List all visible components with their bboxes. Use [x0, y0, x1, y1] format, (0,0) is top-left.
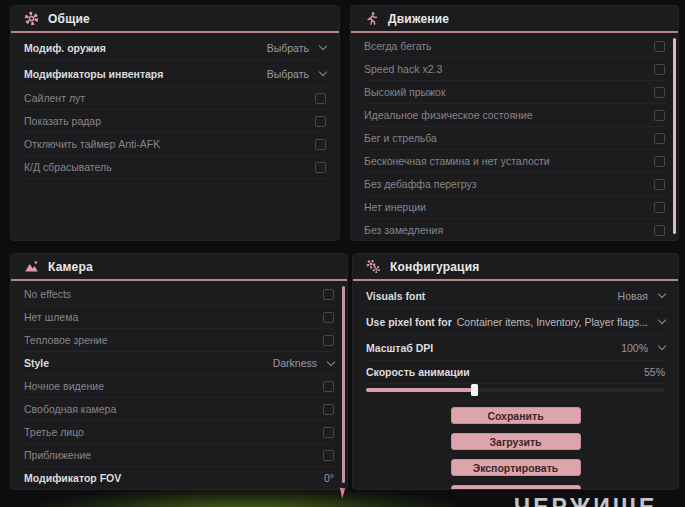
dropdown-value: Container items, Inventory, Player flags…: [457, 316, 648, 328]
option-label: Сайлент лут: [24, 92, 85, 104]
checkbox[interactable]: [323, 335, 334, 346]
dropdown-value: Выбрать: [267, 68, 309, 80]
option-label: Use pixel font for: [366, 316, 452, 328]
option-label: Модификаторы инвентаря: [24, 68, 163, 80]
panel-config: Конфигурация Visuals fontНоваяUse pixel …: [352, 253, 679, 490]
option-row: Модификаторы инвентаряВыбрать: [24, 61, 326, 87]
option-row: Ночное видение: [24, 375, 334, 398]
chevron-down-icon: [319, 42, 327, 50]
option-label: Всегда бегать: [364, 40, 432, 52]
option-label: Нет инерции: [364, 201, 426, 213]
option-label: Масштаб DPI: [366, 342, 433, 354]
option-row: Скорость анимации55%: [366, 361, 665, 384]
checkbox[interactable]: [323, 289, 334, 300]
checkbox[interactable]: [654, 64, 665, 75]
gears-icon: [366, 259, 381, 274]
dropdown-value: Выбрать: [267, 42, 309, 54]
panel-general-header: Общие: [11, 6, 339, 33]
checkbox[interactable]: [315, 93, 326, 104]
option-label: Бесконечная стамина и нет усталости: [364, 155, 550, 167]
chevron-down-icon: [658, 290, 666, 298]
checkbox[interactable]: [654, 202, 665, 213]
option-row: Всегда бегать: [364, 35, 665, 58]
checkbox[interactable]: [323, 427, 334, 438]
option-label: Высокий прыжок: [364, 86, 446, 98]
panel-config-header: Конфигурация: [353, 254, 678, 281]
checkbox[interactable]: [315, 116, 326, 127]
slider-fill: [366, 388, 474, 392]
game-background-glow: [40, 489, 455, 507]
slider[interactable]: [366, 388, 665, 392]
option-label: Идеальное физическое состояние: [364, 109, 533, 121]
checkbox[interactable]: [654, 225, 665, 236]
option-label: Speed hack x2.3: [364, 63, 442, 75]
checkbox[interactable]: [654, 110, 665, 121]
panel-general: Общие Модиф. оружияВыбратьМодификаторы и…: [10, 5, 340, 241]
option-row: Модификатор FOV0°: [24, 467, 334, 490]
chevron-down-icon: [658, 316, 666, 324]
panel-movement: Движение Всегда бегатьSpeed hack x2.3Выс…: [350, 5, 679, 241]
option-label: Style: [24, 357, 49, 369]
checkbox[interactable]: [315, 162, 326, 173]
option-label: No effects: [24, 288, 71, 300]
import-button[interactable]: Импортировать: [451, 485, 581, 490]
option-row: Показать радар: [24, 110, 326, 133]
checkbox[interactable]: [323, 450, 334, 461]
scrollbar[interactable]: [673, 38, 676, 234]
option-value: 55%: [644, 366, 665, 378]
option-row: Без дебаффа перегруз: [364, 173, 665, 196]
scrollbar[interactable]: [342, 286, 345, 483]
option-label: Модификатор FOV: [24, 472, 121, 484]
option-label: Третье лицо: [24, 426, 84, 438]
option-row: Сайлент лут: [24, 87, 326, 110]
checkbox[interactable]: [323, 404, 334, 415]
watermark-text: ЧЕРЖИШЕ: [514, 494, 657, 507]
load-button[interactable]: Загрузить: [451, 433, 581, 450]
option-row: StyleDarkness: [24, 352, 334, 375]
dropdown[interactable]: Новая: [618, 290, 665, 302]
option-row: Третье лицо: [24, 421, 334, 444]
dropdown[interactable]: Darkness: [273, 357, 334, 369]
option-row: No effects: [24, 283, 334, 306]
checkbox[interactable]: [654, 156, 665, 167]
option-label: Без дебаффа перегруз: [364, 178, 477, 190]
option-row: Масштаб DPI100%: [366, 335, 665, 361]
checkbox[interactable]: [654, 41, 665, 52]
option-row: Тепловое зрение: [24, 329, 334, 352]
option-label: Приближение: [24, 449, 91, 461]
checkbox[interactable]: [654, 133, 665, 144]
checkbox[interactable]: [315, 139, 326, 150]
chevron-down-icon: [658, 342, 666, 350]
dropdown-value: Новая: [618, 290, 648, 302]
dropdown[interactable]: 100%: [621, 342, 665, 354]
runner-icon: [364, 11, 379, 26]
panel-camera: Камера No effectsНет шлемаТепловое зрени…: [10, 253, 348, 490]
checkbox[interactable]: [323, 381, 334, 392]
option-label: Свободная камера: [24, 403, 116, 415]
slider-handle[interactable]: [471, 384, 478, 396]
option-label: Отключить таймер Anti-AFK: [24, 138, 160, 150]
option-row: К/Д сбрасыватель: [24, 156, 326, 179]
save-button[interactable]: Сохранить: [451, 407, 581, 424]
checkbox[interactable]: [323, 312, 334, 323]
option-label: Тепловое зрение: [24, 334, 108, 346]
dropdown[interactable]: Container items, Inventory, Player flags…: [457, 316, 665, 328]
option-label: Нет шлема: [24, 311, 78, 323]
option-row: Use pixel font forContainer items, Inven…: [366, 309, 665, 335]
option-row: Нет инерции: [364, 196, 665, 219]
checkbox[interactable]: [654, 87, 665, 98]
option-label: Бег и стрельба: [364, 132, 437, 144]
panel-movement-header: Движение: [351, 6, 678, 33]
dropdown-value: 100%: [621, 342, 648, 354]
checkbox[interactable]: [654, 179, 665, 190]
panel-title: Движение: [388, 12, 449, 26]
option-row: Без замедления: [364, 219, 665, 241]
mod-menu: Общие Модиф. оружияВыбратьМодификаторы и…: [0, 0, 685, 507]
image-icon: [24, 259, 39, 274]
option-value: 0°: [324, 472, 334, 484]
dropdown[interactable]: Выбрать: [267, 68, 326, 80]
option-label: Модиф. оружия: [24, 42, 106, 54]
dropdown[interactable]: Выбрать: [267, 42, 326, 54]
export-button[interactable]: Экспортировать: [451, 459, 581, 476]
panel-title: Конфигурация: [390, 260, 479, 274]
